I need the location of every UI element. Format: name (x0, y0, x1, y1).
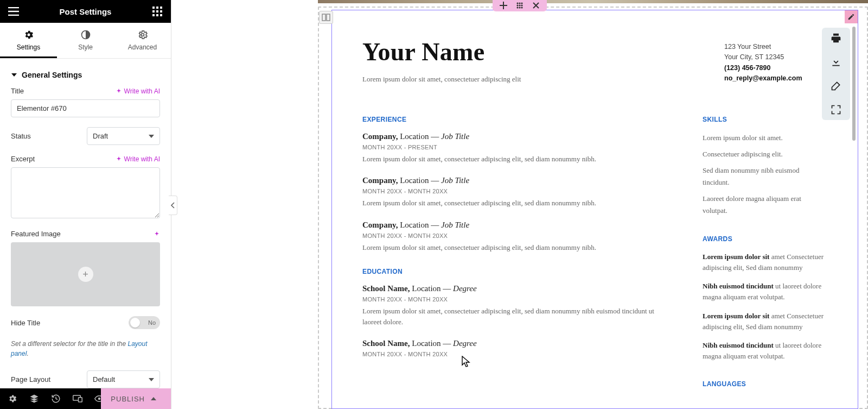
tab-advanced-label: Advanced (128, 43, 157, 51)
download-icon[interactable] (830, 56, 842, 68)
award-entry: Lorem ipsum dolor sit amet Consectetuer … (703, 311, 827, 332)
award-entry: Nibh euismod tincidunt ut laoreet dolore… (703, 340, 827, 362)
education-entry: School Name, Location — Degree MONTH 20X… (362, 284, 670, 327)
tab-settings-label: Settings (17, 43, 40, 51)
chevron-up-icon (150, 395, 157, 402)
svg-rect-22 (322, 14, 326, 21)
resume-name: Your Name (362, 37, 521, 66)
settings-panel: Post Settings Settings Style Advanced Ge… (0, 0, 171, 409)
label-title: Title (11, 87, 24, 95)
apps-grid-icon[interactable] (151, 5, 163, 17)
label-featured-image: Featured Image (11, 230, 61, 238)
svg-rect-2 (160, 7, 162, 9)
responsive-icon[interactable] (73, 394, 82, 404)
fullscreen-icon[interactable] (830, 104, 842, 116)
publish-label: PUBLISH (111, 395, 145, 403)
svg-point-18 (521, 4, 522, 6)
education-entry: School Name, Location — Degree MONTH 20X… (362, 339, 670, 357)
label-status: Status (11, 132, 76, 140)
hero-image-strip (318, 0, 868, 3)
svg-rect-5 (160, 10, 162, 12)
tab-style[interactable]: Style (57, 23, 114, 58)
award-entry: Nibh euismod tincidunt ut laoreet dolore… (703, 281, 827, 303)
history-icon[interactable] (51, 394, 61, 404)
section-general-label: General Settings (22, 71, 82, 79)
edit-widget-icon[interactable] (845, 10, 858, 23)
write-with-ai-title[interactable]: Write with AI (116, 87, 160, 95)
svg-point-16 (516, 4, 518, 6)
write-with-ai-excerpt[interactable]: Write with AI (116, 155, 160, 163)
tab-style-label: Style (78, 43, 93, 51)
svg-rect-11 (79, 398, 82, 402)
svg-rect-0 (152, 7, 155, 9)
print-icon[interactable] (830, 32, 842, 44)
award-entry: Lorem ipsum dolor sit amet Consectetuer … (703, 251, 827, 273)
svg-point-21 (521, 7, 522, 8)
section-skills: SKILLS (703, 116, 827, 123)
editor-canvas[interactable]: Your Name Lorem ipsum dolor sit amet, co… (171, 0, 868, 409)
svg-point-15 (521, 2, 522, 4)
toggle-value: No (148, 319, 156, 326)
experience-entry: Company, Location — Job Title MONTH 20XX… (362, 221, 670, 253)
svg-point-19 (516, 7, 518, 8)
doc-floating-toolbar (822, 28, 850, 120)
settings-icon[interactable] (8, 394, 17, 404)
resume-tagline: Lorem ipsum dolor sit amet, consectetuer… (362, 75, 521, 84)
svg-rect-3 (152, 10, 155, 12)
svg-rect-7 (156, 14, 158, 16)
publish-button[interactable]: PUBLISH (101, 388, 171, 409)
section-languages: LANGUAGES (703, 380, 827, 388)
svg-rect-1 (156, 7, 158, 9)
skills-list: Lorem ipsum dolor sit amet.Consectetuer … (703, 132, 827, 217)
svg-point-20 (519, 7, 520, 8)
sparkle-icon (116, 88, 122, 95)
label-hide-title: Hide Title (11, 319, 40, 327)
resume-contact: 123 Your Street Your City, ST 12345 (123… (724, 42, 827, 84)
section-controls (493, 0, 547, 11)
svg-point-14 (519, 2, 520, 4)
column-handle[interactable] (319, 11, 333, 24)
delete-section-icon[interactable] (532, 1, 540, 10)
menu-icon[interactable] (8, 5, 20, 17)
svg-rect-8 (160, 14, 162, 16)
drag-section-icon[interactable] (515, 1, 524, 10)
svg-point-17 (519, 4, 520, 6)
add-section-icon[interactable] (499, 1, 508, 10)
ai-text: Write with AI (124, 87, 160, 95)
svg-point-12 (98, 398, 101, 400)
experience-entry: Company, Location — Job Title MONTH 20XX… (362, 132, 670, 165)
excerpt-textarea[interactable] (11, 167, 160, 218)
section-experience: EXPERIENCE (362, 116, 670, 123)
sparkle-icon (116, 156, 122, 162)
hide-title-toggle[interactable]: No (129, 316, 160, 329)
section-awards: AWARDS (703, 235, 827, 243)
section-general-header[interactable]: General Settings (11, 66, 160, 87)
status-select[interactable] (87, 127, 160, 145)
tab-advanced[interactable]: Advanced (114, 23, 171, 58)
page-layout-select[interactable] (87, 370, 160, 388)
ai-text: Write with AI (124, 155, 160, 163)
ai-featured-image[interactable] (154, 231, 160, 237)
panel-tabs: Settings Style Advanced (0, 23, 171, 59)
navigator-icon[interactable] (29, 394, 39, 404)
tab-settings[interactable]: Settings (0, 23, 57, 58)
svg-rect-4 (156, 10, 158, 12)
resume-document: Your Name Lorem ipsum dolor sit amet, co… (332, 10, 858, 408)
sparkle-icon (154, 231, 160, 237)
label-excerpt: Excerpt (11, 155, 35, 163)
panel-collapse-handle[interactable] (169, 196, 177, 215)
panel-header: Post Settings (0, 0, 171, 23)
edit-doc-icon[interactable] (830, 80, 842, 92)
widget-selected[interactable]: Your Name Lorem ipsum dolor sit amet, co… (331, 10, 858, 409)
title-input[interactable] (11, 99, 160, 117)
experience-entry: Company, Location — Job Title MONTH 20XX… (362, 176, 670, 209)
svg-rect-23 (327, 14, 330, 21)
panel-bottom-bar: PUBLISH (0, 388, 171, 409)
svg-rect-6 (152, 14, 155, 16)
panel-title: Post Settings (60, 7, 112, 16)
caret-down-icon (11, 72, 17, 78)
svg-point-13 (516, 2, 518, 4)
section-education: EDUCATION (362, 268, 670, 275)
featured-image-upload[interactable]: + (11, 242, 160, 306)
plus-icon: + (78, 267, 93, 282)
